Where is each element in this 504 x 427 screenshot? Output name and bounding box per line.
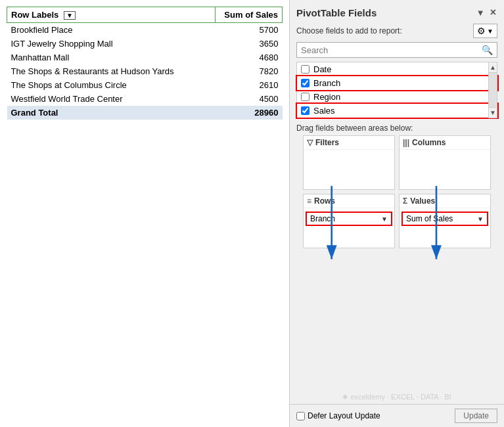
close-icon[interactable]: × bbox=[489, 5, 497, 20]
search-input[interactable] bbox=[301, 45, 482, 55]
pivot-table-area: Row Labels ▼ Sum of Sales Brookfield Pla… bbox=[0, 0, 289, 427]
sum-of-sales-header: Sum of Sales bbox=[215, 7, 282, 23]
drag-area-body-rows[interactable]: Branch ▼ bbox=[304, 208, 394, 248]
table-row: The Shops & Restaurants at Hudson Yards … bbox=[7, 64, 283, 78]
rows-icon: ≡ bbox=[307, 196, 311, 206]
field-label-region: Region bbox=[313, 92, 493, 102]
panel-subtext: Choose fields to add to report: bbox=[296, 26, 473, 35]
panel-header-icons: ▼ × bbox=[476, 5, 497, 20]
table-row: Brookfield Place 5700 bbox=[7, 23, 283, 37]
gear-icon: ⚙ bbox=[477, 26, 486, 36]
drag-area-header-rows: ≡ Rows bbox=[304, 194, 394, 208]
pill-dropdown-icon[interactable]: ▼ bbox=[477, 215, 484, 223]
values-icon: Σ bbox=[403, 196, 407, 206]
drag-area-rows[interactable]: ≡ Rows Branch ▼ bbox=[303, 194, 395, 248]
row-value: 4500 bbox=[215, 92, 282, 106]
watermark-logo: ◈ exceldemy · EXCEL · DATA · BI bbox=[342, 392, 451, 401]
row-labels-header: Row Labels ▼ bbox=[7, 7, 216, 23]
pill-text: Branch bbox=[310, 214, 381, 223]
fields-scrollbar[interactable]: ▲ ▼ bbox=[488, 62, 497, 118]
drag-areas: ▽ Filters ||| Columns ≡ Rows Branc bbox=[296, 135, 497, 248]
field-checkbox-sales[interactable] bbox=[301, 106, 309, 115]
row-value: 5700 bbox=[215, 23, 282, 37]
grand-total-row: Grand Total 28960 bbox=[7, 106, 283, 120]
drag-area-header-columns: ||| Columns bbox=[400, 136, 490, 150]
pill-text: Sum of Sales bbox=[406, 214, 477, 223]
pill-dropdown-icon[interactable]: ▼ bbox=[381, 215, 388, 223]
field-item-branch[interactable]: Branch bbox=[297, 76, 497, 90]
field-label-branch: Branch bbox=[313, 78, 493, 88]
drag-area-body-filters[interactable] bbox=[304, 150, 394, 189]
filters-icon: ▽ bbox=[307, 138, 313, 147]
search-icon: 🔍 bbox=[482, 45, 493, 55]
row-label: The Shops at Columbus Circle bbox=[7, 78, 216, 92]
drag-area-values[interactable]: Σ Values Sum of Sales ▼ bbox=[399, 194, 491, 248]
drag-area-label-columns: Columns bbox=[412, 138, 446, 147]
drag-label: Drag fields between areas below: bbox=[290, 118, 504, 135]
grand-total-label: Grand Total bbox=[7, 106, 216, 120]
fields-list-container: Date Branch Region Sales ▲ ▼ bbox=[296, 62, 497, 118]
panel-header: PivotTable Fields ▼ × bbox=[290, 0, 504, 22]
gear-dropdown[interactable]: ⚙ ▼ bbox=[473, 24, 497, 38]
pivot-table: Row Labels ▼ Sum of Sales Brookfield Pla… bbox=[7, 7, 283, 120]
table-row: The Shops at Columbus Circle 2610 bbox=[7, 78, 283, 92]
row-label: Brookfield Place bbox=[7, 23, 216, 37]
field-checkbox-region[interactable] bbox=[301, 93, 309, 101]
gear-dropdown-arrow: ▼ bbox=[487, 28, 493, 35]
drag-areas-container: ▽ Filters ||| Columns ≡ Rows Branc bbox=[290, 135, 504, 404]
grand-total-value: 28960 bbox=[215, 106, 282, 120]
row-label: IGT Jewelry Shopping Mall bbox=[7, 37, 216, 51]
field-checkbox-date[interactable] bbox=[301, 65, 309, 74]
panel-title: PivotTable Fields bbox=[296, 7, 377, 18]
table-row: Manhattan Mall 4680 bbox=[7, 51, 283, 64]
field-pill-branch[interactable]: Branch ▼ bbox=[306, 212, 392, 226]
drag-area-columns[interactable]: ||| Columns bbox=[399, 135, 491, 190]
update-button[interactable]: Update bbox=[455, 409, 497, 423]
table-row: Westfield World Trade Center 4500 bbox=[7, 92, 283, 106]
field-pill-sum-of-sales[interactable]: Sum of Sales ▼ bbox=[401, 212, 488, 226]
field-label-date: Date bbox=[313, 64, 493, 74]
defer-label: Defer Layout Update bbox=[308, 411, 380, 420]
field-checkbox-branch[interactable] bbox=[301, 79, 309, 87]
row-value: 4680 bbox=[215, 51, 282, 64]
defer-checkbox-input[interactable] bbox=[296, 412, 305, 420]
columns-icon: ||| bbox=[403, 138, 409, 147]
row-labels-filter-btn[interactable]: ▼ bbox=[64, 11, 76, 20]
table-row: IGT Jewelry Shopping Mall 3650 bbox=[7, 37, 283, 51]
watermark-icon: ◈ bbox=[342, 392, 348, 401]
field-item-region[interactable]: Region bbox=[297, 90, 497, 104]
drag-area-filters[interactable]: ▽ Filters bbox=[303, 135, 395, 190]
drag-area-body-columns[interactable] bbox=[400, 150, 490, 189]
drag-area-header-values: Σ Values bbox=[400, 194, 490, 208]
defer-layout-update-checkbox-area[interactable]: Defer Layout Update bbox=[296, 411, 380, 420]
row-value: 7820 bbox=[215, 64, 282, 78]
row-label: The Shops & Restaurants at Hudson Yards bbox=[7, 64, 216, 78]
drag-area-header-filters: ▽ Filters bbox=[304, 136, 394, 150]
drag-area-label-filters: Filters bbox=[315, 138, 339, 147]
field-label-sales: Sales bbox=[313, 106, 493, 116]
field-item-sales[interactable]: Sales bbox=[297, 104, 497, 118]
drag-area-label-values: Values bbox=[410, 196, 435, 206]
panel-footer: Defer Layout Update Update bbox=[290, 404, 504, 427]
search-box[interactable]: 🔍 bbox=[296, 42, 497, 58]
drag-area-body-values[interactable]: Sum of Sales ▼ bbox=[400, 208, 490, 248]
row-value: 3650 bbox=[215, 37, 282, 51]
dropdown-arrow-icon[interactable]: ▼ bbox=[476, 8, 485, 18]
field-item-date[interactable]: Date bbox=[297, 62, 497, 76]
row-label: Manhattan Mall bbox=[7, 51, 216, 64]
watermark: ◈ exceldemy · EXCEL · DATA · BI bbox=[342, 392, 451, 401]
subtext-row: Choose fields to add to report: ⚙ ▼ bbox=[290, 22, 504, 42]
scroll-down-arrow[interactable]: ▼ bbox=[489, 107, 497, 118]
watermark-text: exceldemy · EXCEL · DATA · BI bbox=[350, 393, 451, 401]
pivot-fields-panel: PivotTable Fields ▼ × Choose fields to a… bbox=[289, 0, 504, 427]
drag-area-label-rows: Rows bbox=[314, 196, 335, 206]
fields-list: Date Branch Region Sales bbox=[296, 62, 497, 118]
scroll-up-arrow[interactable]: ▲ bbox=[489, 62, 497, 73]
row-value: 2610 bbox=[215, 78, 282, 92]
row-label: Westfield World Trade Center bbox=[7, 92, 216, 106]
